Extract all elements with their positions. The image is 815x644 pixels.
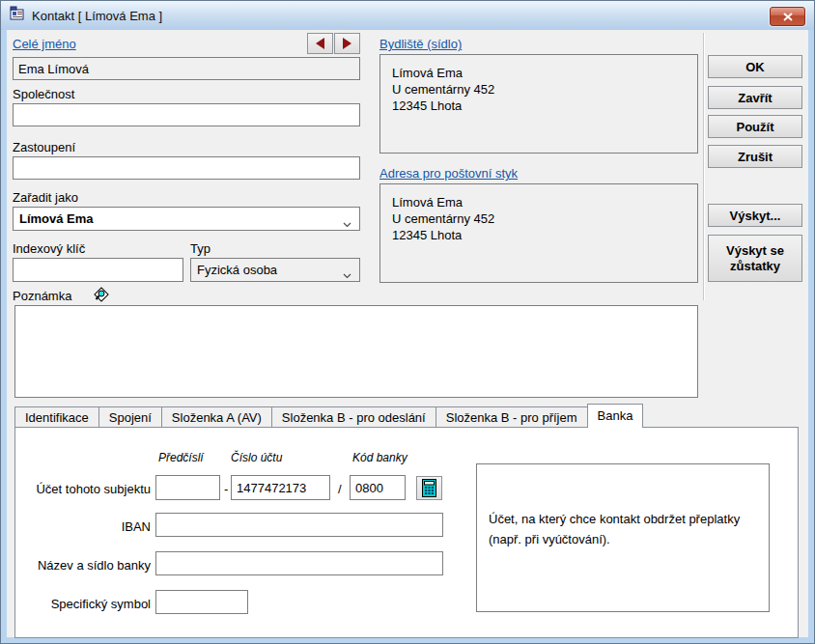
address-line: 12345 Lhota	[392, 98, 686, 114]
tab-strip: Identifikace Spojení Složenka A (AV) Slo…	[14, 404, 643, 428]
index-key-label: Indexový klíč	[13, 241, 85, 256]
contact-card-icon	[10, 6, 25, 25]
address-line: 12345 Lhota	[392, 227, 686, 243]
address-line: U cementárny 452	[392, 210, 686, 227]
title-bar: Kontakt [ Límová Ema ]	[1, 1, 814, 30]
account-separator-dash: -	[224, 482, 228, 496]
file-as-label: Zařadit jako	[13, 190, 78, 205]
iban-field[interactable]	[155, 513, 443, 537]
arrow-right-icon	[343, 38, 351, 49]
address-line: Límová Ema	[392, 65, 686, 81]
close-icon	[783, 13, 793, 21]
tab-slozenka-b-odeslani[interactable]: Složenka B - pro odeslání	[271, 406, 436, 428]
address-line: U cementárny 452	[392, 81, 686, 98]
bank-name-label: Název a sídlo banky	[11, 558, 151, 573]
full-name-link[interactable]: Celé jméno	[13, 37, 76, 51]
postal-address-box: Límová Ema U cementárny 452 12345 Lhota	[379, 183, 698, 283]
company-field[interactable]	[13, 103, 360, 126]
note-label: Poznámka	[13, 289, 71, 303]
subject-account-label: Účet tohoto subjektu	[11, 482, 151, 496]
company-label: Společnost	[13, 87, 74, 101]
cancel-button[interactable]: Zrušit	[708, 145, 802, 168]
chevron-down-icon	[343, 267, 351, 282]
close-dialog-button[interactable]: Zavřít	[708, 86, 802, 109]
bank-list-button[interactable]	[416, 476, 442, 500]
chevron-down-icon	[343, 216, 351, 231]
specific-symbol-label: Specifický symbol	[11, 597, 151, 611]
contact-dialog: Kontakt [ Límová Ema ] Celé jméno Společ…	[0, 0, 815, 644]
account-separator-slash: /	[338, 482, 342, 496]
representation-field[interactable]	[13, 156, 360, 180]
file-as-value: Límová Ema	[19, 211, 94, 226]
apply-button[interactable]: Použít	[708, 115, 802, 138]
bank-code-column-header: Kód banky	[352, 451, 408, 464]
calculator-icon	[422, 479, 436, 497]
iban-label: IBAN	[11, 519, 151, 534]
bank-name-field[interactable]	[155, 551, 443, 575]
file-as-combobox[interactable]: Límová Ema	[13, 207, 360, 231]
account-info-box: Účet, na který chce kontakt obdržet přep…	[476, 463, 770, 612]
account-number-column-header: Číslo účtu	[231, 451, 282, 464]
postal-address-link[interactable]: Adresa pro poštovní styk	[379, 166, 518, 181]
occurrence-button[interactable]: Výskyt...	[708, 204, 802, 227]
tab-slozenka-a[interactable]: Složenka A (AV)	[161, 406, 272, 428]
account-number-field[interactable]	[231, 475, 330, 500]
address-line: Límová Ema	[392, 194, 686, 210]
next-record-button[interactable]	[334, 33, 360, 54]
full-name-field[interactable]	[13, 57, 360, 80]
arrow-left-icon	[316, 38, 324, 49]
occurrence-balances-button[interactable]: Výskyt se zůstatky	[708, 235, 802, 282]
tab-spojeni[interactable]: Spojení	[98, 406, 162, 428]
vertical-divider	[703, 33, 704, 300]
specific-symbol-field[interactable]	[155, 590, 248, 614]
previous-record-button[interactable]	[307, 33, 333, 54]
type-combobox[interactable]: Fyzická osoba	[190, 258, 360, 282]
bank-code-field[interactable]	[350, 475, 406, 500]
type-label: Typ	[190, 241, 211, 256]
prefix-column-header: Předčíslí	[158, 451, 204, 464]
window-title: Kontakt [ Límová Ema ]	[32, 9, 162, 23]
residence-address-link[interactable]: Bydliště (sídlo)	[379, 37, 462, 51]
index-key-field[interactable]	[13, 258, 183, 282]
residence-address-box: Límová Ema U cementárny 452 12345 Lhota	[379, 54, 698, 154]
type-value: Fyzická osoba	[197, 263, 277, 277]
tab-identifikace[interactable]: Identifikace	[14, 406, 99, 428]
ok-button[interactable]: OK	[708, 55, 802, 78]
account-info-text: Účet, na který chce kontakt obdržet přep…	[489, 509, 761, 549]
representation-label: Zastoupení	[13, 140, 75, 154]
tab-banka[interactable]: Banka	[587, 404, 644, 428]
note-textarea[interactable]	[14, 305, 698, 398]
tab-slozenka-b-prijem[interactable]: Složenka B - pro příjem	[436, 406, 588, 428]
account-prefix-field[interactable]	[155, 475, 220, 500]
close-button[interactable]	[770, 7, 805, 26]
